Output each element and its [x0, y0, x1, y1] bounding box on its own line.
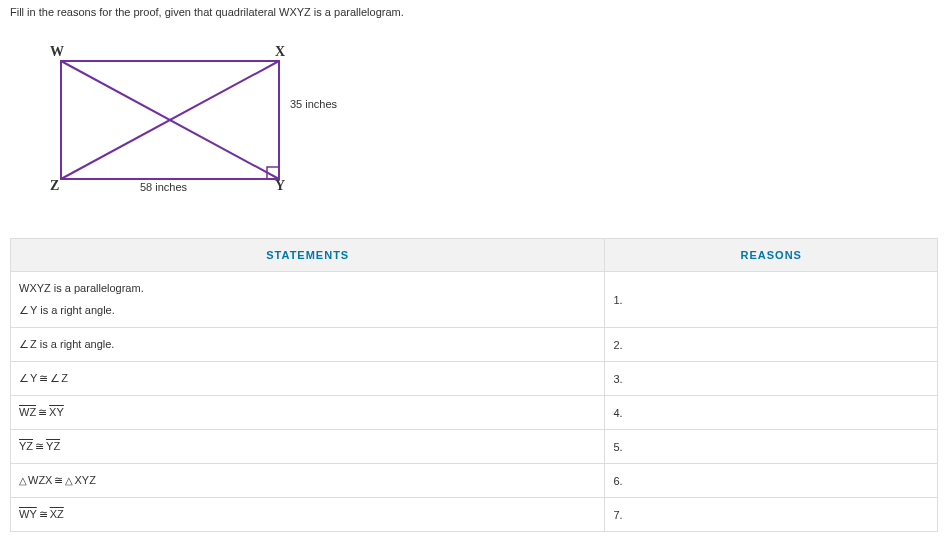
vertex-label-x: X	[275, 44, 285, 60]
header-reasons: REASONS	[605, 239, 938, 272]
angle-icon	[19, 304, 30, 316]
statement-2: Z is a right angle.	[11, 328, 605, 362]
reason-input-1[interactable]	[629, 294, 929, 306]
angle-icon	[19, 372, 30, 384]
congruent-icon	[36, 406, 49, 418]
congruent-icon	[37, 372, 50, 384]
reason-cell-6: 6.	[605, 464, 938, 498]
table-row: WYXZ 7.	[11, 498, 938, 532]
reason-cell-1: 1.	[605, 272, 938, 328]
table-row: YZYZ 5.	[11, 430, 938, 464]
proof-table: STATEMENTS REASONS WXYZ is a parallelogr…	[10, 238, 938, 532]
vertex-label-z: Z	[50, 178, 59, 194]
statement-1a: WXYZ is a parallelogram.	[19, 282, 596, 294]
congruent-icon	[37, 508, 50, 520]
reason-input-4[interactable]	[629, 407, 929, 419]
table-row: WXYZ is a parallelogram. Y is a right an…	[11, 272, 938, 328]
statement-1b: Y is a right angle.	[19, 304, 596, 317]
table-row: WZXY 4.	[11, 396, 938, 430]
reason-cell-4: 4.	[605, 396, 938, 430]
reason-number-2: 2.	[613, 339, 622, 351]
reason-cell-2: 2.	[605, 328, 938, 362]
vertex-label-w: W	[50, 44, 64, 60]
quadrilateral-svg	[60, 60, 280, 180]
vertex-label-y: Y	[275, 178, 285, 194]
statement-5: YZYZ	[11, 430, 605, 464]
table-row: WZXXYZ 6.	[11, 464, 938, 498]
header-statements: STATEMENTS	[11, 239, 605, 272]
reason-number-4: 4.	[613, 407, 622, 419]
side-length-xy: 35 inches	[290, 98, 337, 110]
statement-7: WYXZ	[11, 498, 605, 532]
reason-cell-7: 7.	[605, 498, 938, 532]
angle-icon	[50, 372, 61, 384]
reason-number-1: 1.	[613, 294, 622, 306]
statement-4: WZXY	[11, 396, 605, 430]
reason-input-5[interactable]	[629, 441, 929, 453]
reason-number-7: 7.	[613, 509, 622, 521]
instruction-text: Fill in the reasons for the proof, given…	[0, 0, 949, 38]
side-length-zy: 58 inches	[140, 181, 187, 193]
reason-input-7[interactable]	[629, 509, 929, 521]
statement-3: YZ	[11, 362, 605, 396]
reason-input-6[interactable]	[629, 475, 929, 487]
angle-icon	[19, 338, 30, 350]
table-row: Z is a right angle. 2.	[11, 328, 938, 362]
reason-number-5: 5.	[613, 441, 622, 453]
congruent-icon	[52, 474, 65, 486]
reason-cell-3: 3.	[605, 362, 938, 396]
reason-number-6: 6.	[613, 475, 622, 487]
congruent-icon	[33, 440, 46, 452]
reason-input-2[interactable]	[629, 339, 929, 351]
statement-1: WXYZ is a parallelogram. Y is a right an…	[11, 272, 605, 328]
reason-cell-5: 5.	[605, 430, 938, 464]
statement-6: WZXXYZ	[11, 464, 605, 498]
diagram-container: W X Z Y 35 inches 58 inches	[0, 38, 949, 238]
triangle-icon	[19, 474, 28, 486]
table-row: YZ 3.	[11, 362, 938, 396]
reason-number-3: 3.	[613, 373, 622, 385]
parallelogram-diagram: W X Z Y 35 inches 58 inches	[40, 48, 340, 208]
reason-input-3[interactable]	[629, 373, 929, 385]
